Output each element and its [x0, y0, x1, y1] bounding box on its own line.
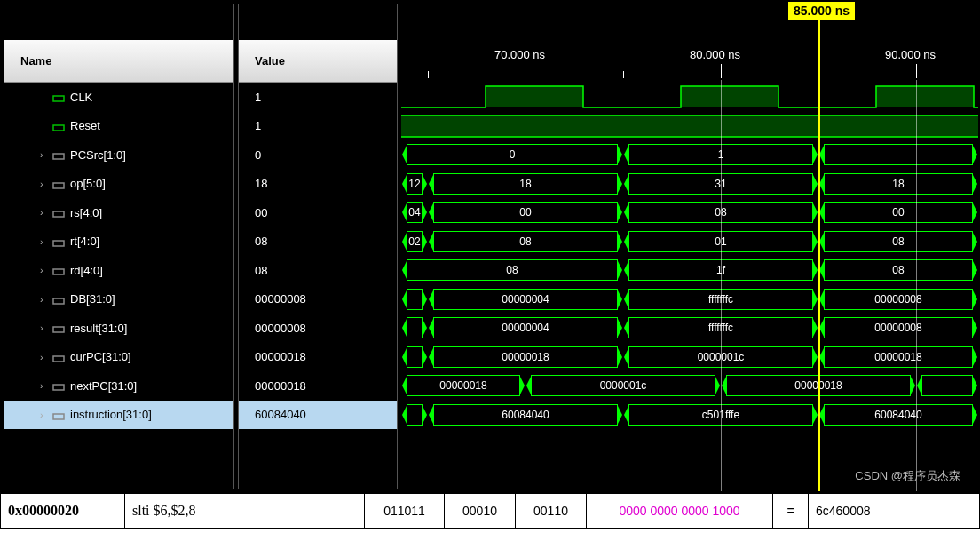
wave-row[interactable]: 000000180000001c00000018 — [401, 371, 978, 401]
wave-row[interactable]: 04000800 — [401, 198, 978, 227]
wave-row[interactable]: 60084040c501fffe60084040 — [401, 401, 978, 430]
wave-row-reset[interactable] — [401, 112, 978, 141]
signal-value[interactable]: 00000018 — [239, 343, 397, 372]
signal-row-rt40[interactable]: ›rt[4:0] — [4, 227, 233, 257]
signal-row-nextPC310[interactable]: ›nextPC[31:0] — [4, 371, 233, 401]
bus-icon — [52, 295, 65, 304]
svg-rect-3 — [53, 183, 64, 188]
wave-row[interactable]: 00000004fffffffc00000008 — [401, 285, 978, 314]
signal-name: rd[4:0] — [70, 264, 103, 277]
svg-rect-13 — [681, 86, 778, 107]
signal-value[interactable]: 1 — [239, 83, 397, 112]
name-panel: Name CLKReset›PCSrc[1:0]›op[5:0]›rs[4:0]… — [4, 4, 234, 489]
bus-icon — [52, 381, 65, 390]
bus-segment: 08 — [824, 259, 973, 281]
mnemonic-cell: slti $6,$2,8 — [125, 494, 365, 528]
svg-rect-9 — [53, 356, 64, 362]
signal-name: instruction[31:0] — [70, 408, 152, 421]
tick-label: 80.000 ns — [690, 48, 740, 61]
opcode-bits: 011011 — [365, 494, 445, 528]
signal-value[interactable]: 0 — [239, 140, 397, 170]
bus-icon — [52, 266, 65, 274]
signal-value[interactable]: 08 — [239, 227, 397, 257]
signal-name: DB[31:0] — [70, 292, 115, 306]
signal-value[interactable]: 00 — [239, 198, 397, 227]
signal-row-curPC310[interactable]: ›curPC[31:0] — [4, 343, 233, 372]
signal-row-CLK[interactable]: CLK — [4, 83, 233, 112]
signal-row-op50[interactable]: ›op[5:0] — [4, 170, 233, 199]
signal-name: CLK — [70, 91, 92, 104]
bus-segment: 00000008 — [824, 317, 973, 338]
chevron-right-icon[interactable]: › — [40, 179, 52, 189]
wire-icon — [52, 122, 65, 131]
bus-segment: 60084040 — [824, 404, 973, 426]
signal-value[interactable]: 00000008 — [239, 314, 397, 343]
cursor-line[interactable] — [818, 2, 820, 491]
signal-row-DB310[interactable]: ›DB[31:0] — [4, 285, 233, 314]
signal-name: op[5:0] — [70, 177, 106, 190]
svg-rect-12 — [486, 86, 583, 107]
chevron-right-icon[interactable]: › — [40, 149, 52, 160]
signal-value[interactable]: 00000008 — [239, 285, 397, 314]
signal-row-result310[interactable]: ›result[31:0] — [4, 314, 233, 343]
cursor-label[interactable]: 85.000 ns — [788, 2, 855, 20]
wave-row[interactable]: 081f08 — [401, 256, 978, 285]
signal-name: PCSrc[1:0] — [70, 148, 126, 162]
chevron-right-icon[interactable]: › — [40, 236, 52, 247]
imm-bits: 0000 0000 0000 1000 — [587, 494, 773, 528]
bus-icon — [52, 150, 65, 159]
svg-rect-14 — [876, 86, 974, 107]
bus-segment: 04 — [407, 202, 423, 223]
signal-row-Reset[interactable]: Reset — [4, 112, 233, 141]
signal-row-PCSrc10[interactable]: ›PCSrc[1:0] — [4, 140, 233, 170]
bus-segment: 0 — [407, 144, 618, 165]
bus-segment: 02 — [407, 231, 423, 252]
svg-rect-15 — [401, 115, 978, 137]
svg-rect-5 — [53, 241, 64, 246]
signal-name: nextPC[31:0] — [70, 379, 137, 393]
svg-rect-10 — [53, 385, 64, 390]
bus-segment: 00 — [824, 202, 973, 223]
signal-value[interactable]: 1 — [239, 112, 397, 141]
signal-name: curPC[31:0] — [70, 350, 131, 363]
wave-row[interactable]: 00000004fffffffc00000008 — [401, 314, 978, 343]
signal-row-instruction310[interactable]: ›instruction[31:0] — [4, 401, 233, 430]
bus-icon — [52, 410, 65, 419]
signal-value[interactable]: 00000018 — [239, 371, 397, 401]
chevron-right-icon[interactable]: › — [40, 352, 52, 362]
chevron-right-icon[interactable]: › — [40, 207, 52, 218]
hex-cell: 6c460008 — [809, 494, 979, 528]
signal-row-rs40[interactable]: ›rs[4:0] — [4, 198, 233, 227]
signal-value[interactable]: 60084040 — [239, 401, 397, 430]
wire-icon — [52, 92, 65, 101]
chevron-right-icon[interactable]: › — [40, 322, 52, 333]
wave-row[interactable]: 02080108 — [401, 227, 978, 257]
svg-rect-7 — [53, 298, 64, 304]
signal-value[interactable]: 18 — [239, 170, 397, 199]
wave-row[interactable]: 01 — [401, 140, 978, 170]
wave-row[interactable]: 000000180000001c00000018 — [401, 343, 978, 372]
bus-segment: 08 — [824, 231, 973, 252]
signal-name: Reset — [70, 119, 100, 132]
bus-segment: 18 — [824, 173, 973, 195]
bus-segment — [824, 144, 973, 165]
chevron-right-icon[interactable]: › — [40, 294, 52, 305]
signal-name: result[31:0] — [70, 322, 127, 335]
address-cell: 0x00000020 — [1, 494, 125, 528]
tick-label: 90.000 ns — [885, 48, 936, 61]
bus-segment — [407, 317, 423, 338]
wave-row-clk[interactable] — [401, 83, 978, 112]
wave-row[interactable]: 12183118 — [401, 170, 978, 199]
svg-rect-1 — [53, 125, 64, 131]
chevron-right-icon[interactable]: › — [40, 265, 52, 275]
chevron-right-icon[interactable]: › — [40, 410, 52, 420]
signal-row-rd40[interactable]: ›rd[4:0] — [4, 256, 233, 285]
bus-segment — [407, 289, 423, 310]
chevron-right-icon[interactable]: › — [40, 380, 52, 391]
signal-value[interactable]: 08 — [239, 256, 397, 285]
bus-segment — [407, 346, 423, 368]
bus-icon — [52, 208, 65, 217]
svg-rect-0 — [53, 96, 64, 101]
svg-rect-6 — [53, 269, 64, 274]
waveform-area[interactable]: 85.000 ns 70.000 ns 80.000 ns 90.000 ns … — [401, 2, 978, 491]
